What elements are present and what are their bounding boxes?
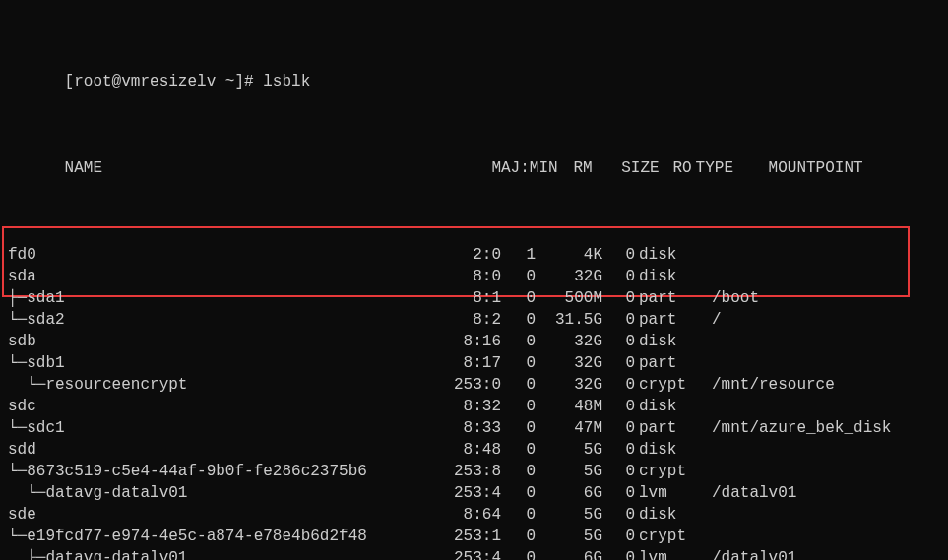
table-row: ├─sda18:10500M0part/boot	[8, 287, 940, 309]
hdr-mount: MOUNTPOINT	[759, 157, 863, 179]
cell-ro: 0	[602, 309, 635, 331]
cell-rm: 1	[501, 244, 536, 266]
cell-majmin: 253:4	[424, 482, 501, 504]
cell-type: crypt	[635, 374, 702, 396]
cell-name: sdb	[8, 331, 424, 352]
cell-ro: 0	[602, 331, 635, 352]
cell-type: disk	[635, 396, 702, 417]
cell-type: disk	[635, 266, 702, 287]
cell-rm: 0	[501, 266, 536, 287]
cell-majmin: 253:0	[424, 374, 501, 396]
shell-prompt: [root@vmresizelv ~]#	[65, 73, 264, 91]
table-row: └─datavg-datalv01253:406G0lvm/datalv01	[8, 482, 940, 504]
cell-name: └─e19fcd77-e974-4e5c-a874-e78e4b6d2f48	[8, 526, 424, 547]
cell-name: sdd	[8, 439, 424, 461]
cell-ro: 0	[602, 396, 635, 417]
cell-name: fd0	[8, 244, 424, 266]
cell-ro: 0	[602, 547, 635, 560]
cell-mountpoint: /datalv01	[702, 547, 796, 560]
cell-size: 31.5G	[536, 309, 602, 331]
cell-majmin: 253:4	[424, 547, 501, 560]
table-row: sda8:0032G0disk	[8, 266, 940, 287]
terminal-window[interactable]: [root@vmresizelv ~]# lsblk NAMEMAJ:MINRM…	[0, 0, 948, 560]
cell-majmin: 8:17	[424, 352, 501, 374]
cell-size: 32G	[536, 331, 602, 352]
cell-name: └─resourceencrypt	[8, 374, 424, 396]
cell-size: 5G	[536, 439, 602, 461]
cell-rm: 0	[501, 331, 536, 352]
cell-size: 32G	[536, 266, 602, 287]
cell-type: disk	[635, 439, 702, 461]
cell-size: 47M	[536, 417, 602, 439]
cell-majmin: 8:0	[424, 266, 501, 287]
table-row: └─sdb18:17032G0part	[8, 352, 940, 374]
cell-size: 32G	[536, 352, 602, 374]
cell-type: disk	[635, 504, 702, 526]
cell-rm: 0	[501, 417, 536, 439]
cell-majmin: 8:16	[424, 331, 501, 352]
cell-ro: 0	[602, 244, 635, 266]
table-row: fd02:014K0disk	[8, 244, 940, 266]
table-row: sdd8:4805G0disk	[8, 439, 940, 461]
cell-mountpoint: /datalv01	[702, 482, 796, 504]
cell-majmin: 2:0	[424, 244, 501, 266]
cell-rm: 0	[501, 526, 536, 547]
cell-name: └─datavg-datalv01	[8, 482, 424, 504]
cell-rm: 0	[501, 309, 536, 331]
cell-size: 5G	[536, 461, 602, 482]
cell-mountpoint: /mnt/azure_bek_disk	[702, 417, 891, 439]
cell-rm: 0	[501, 504, 536, 526]
cell-size: 4K	[536, 244, 602, 266]
lsblk-output: fd02:014K0disksda8:0032G0disk├─sda18:105…	[8, 244, 940, 560]
cell-name: └─8673c519-c5e4-44af-9b0f-fe286c2375b6	[8, 461, 424, 482]
hdr-name: NAME	[65, 157, 481, 179]
cell-ro: 0	[602, 287, 635, 309]
cell-rm: 0	[501, 396, 536, 417]
cell-type: lvm	[635, 482, 702, 504]
hdr-rm: RM	[558, 157, 593, 179]
hdr-size: SIZE	[593, 157, 660, 179]
cell-majmin: 8:48	[424, 439, 501, 461]
table-row: sde8:6405G0disk	[8, 504, 940, 526]
cell-name: sdc	[8, 396, 424, 417]
cell-name: └─sdb1	[8, 352, 424, 374]
prompt-line[interactable]: [root@vmresizelv ~]# lsblk	[8, 71, 940, 93]
cell-mountpoint: /	[702, 309, 722, 331]
cell-ro: 0	[602, 461, 635, 482]
cell-rm: 0	[501, 374, 536, 396]
table-row: └─sdc18:33047M0part/mnt/azure_bek_disk	[8, 417, 940, 439]
cell-type: part	[635, 352, 702, 374]
lsblk-header-row: NAMEMAJ:MINRMSIZEROTYPEMOUNTPOINT	[8, 157, 940, 179]
cell-name: └─sdc1	[8, 417, 424, 439]
cell-majmin: 253:8	[424, 461, 501, 482]
table-row: sdc8:32048M0disk	[8, 396, 940, 417]
cell-name: ├─datavg-datalv01	[8, 547, 424, 560]
cell-ro: 0	[602, 417, 635, 439]
cell-size: 5G	[536, 504, 602, 526]
cell-ro: 0	[602, 374, 635, 396]
cell-size: 32G	[536, 374, 602, 396]
cell-majmin: 8:1	[424, 287, 501, 309]
cell-rm: 0	[501, 547, 536, 560]
cell-type: disk	[635, 331, 702, 352]
cell-rm: 0	[501, 461, 536, 482]
table-row: ├─datavg-datalv01253:406G0lvm/datalv01	[8, 547, 940, 560]
cell-rm: 0	[501, 287, 536, 309]
cell-rm: 0	[501, 352, 536, 374]
cell-ro: 0	[602, 266, 635, 287]
cell-rm: 0	[501, 482, 536, 504]
hdr-ro: RO	[660, 157, 692, 179]
cell-mountpoint: /boot	[702, 287, 759, 309]
cell-type: part	[635, 417, 702, 439]
cell-type: lvm	[635, 547, 702, 560]
cell-type: disk	[635, 244, 702, 266]
cell-ro: 0	[602, 482, 635, 504]
cell-majmin: 8:33	[424, 417, 501, 439]
cell-type: part	[635, 287, 702, 309]
cell-mountpoint: /mnt/resource	[702, 374, 835, 396]
cell-size: 6G	[536, 547, 602, 560]
table-row: sdb8:16032G0disk	[8, 331, 940, 352]
cell-size: 500M	[536, 287, 602, 309]
cell-majmin: 8:64	[424, 504, 501, 526]
cell-type: part	[635, 309, 702, 331]
